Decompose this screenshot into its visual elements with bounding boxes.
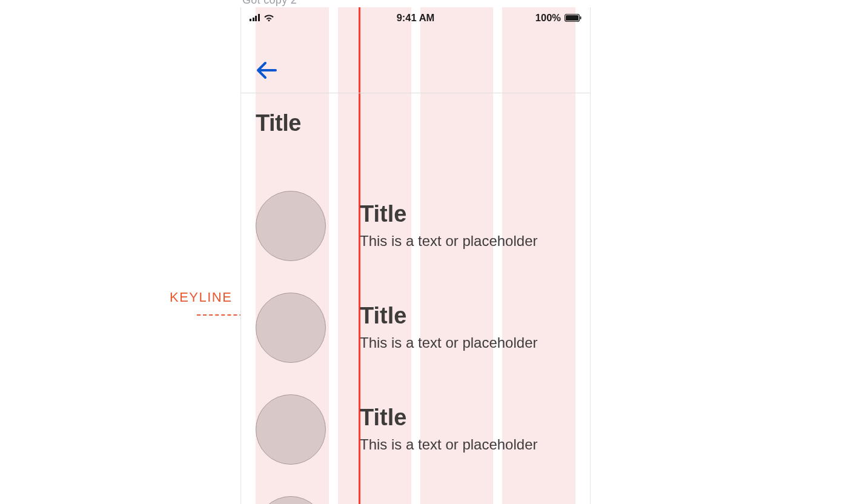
avatar bbox=[256, 293, 326, 363]
list-item[interactable]: Title This is a text or placeholder bbox=[256, 277, 575, 379]
cropped-caption: Got copy 2 bbox=[242, 0, 297, 7]
list-item-title: Title bbox=[360, 406, 575, 429]
avatar bbox=[256, 191, 326, 261]
keyline-annotation-label: KEYLINE bbox=[170, 290, 232, 305]
list: Title This is a text or placeholder Titl… bbox=[256, 175, 575, 504]
status-bar: 9:41 AM 100% bbox=[241, 7, 590, 28]
list-item[interactable]: Title This is a text or placeholder bbox=[256, 379, 575, 480]
nav-bar bbox=[241, 28, 590, 93]
back-arrow-icon bbox=[256, 61, 277, 79]
list-item-subtitle: This is a text or placeholder bbox=[360, 334, 575, 351]
avatar bbox=[256, 496, 326, 504]
list-item[interactable]: Title This is a text or placeholder bbox=[256, 480, 575, 504]
phone-mock: 9:41 AM 100% Title Title This is a text … bbox=[240, 7, 591, 504]
list-item-title: Title bbox=[360, 202, 575, 225]
page-content: Title Title This is a text or placeholde… bbox=[241, 93, 590, 504]
list-item-subtitle: This is a text or placeholder bbox=[360, 436, 575, 453]
list-item-title: Title bbox=[360, 304, 575, 327]
list-item[interactable]: Title This is a text or placeholder bbox=[256, 175, 575, 277]
back-button[interactable] bbox=[254, 58, 279, 82]
list-item-subtitle: This is a text or placeholder bbox=[360, 233, 575, 250]
page-title: Title bbox=[256, 110, 575, 136]
avatar bbox=[256, 394, 326, 465]
status-time: 9:41 AM bbox=[241, 12, 590, 24]
